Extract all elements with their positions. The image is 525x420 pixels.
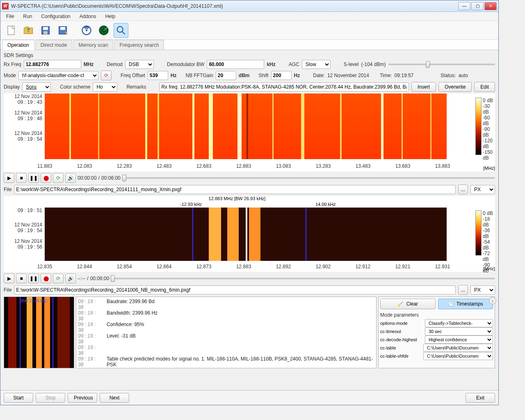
stop-button[interactable]: Stop [36,393,65,403]
svg-rect-24 [402,94,403,159]
display-select[interactable]: Sonagra [22,82,51,91]
menu-help[interactable]: Help [101,13,119,20]
remarks-input[interactable] [159,82,409,91]
browse-button-2[interactable]: ... [458,285,468,295]
antenna-icon[interactable] [79,23,94,38]
broom-icon: 🧹 [397,301,404,307]
sg2-canvas[interactable] [45,208,447,261]
play-icon[interactable]: ▶ [4,173,14,183]
tab-frequency-search[interactable]: Frequency search [114,40,164,50]
expand-icon[interactable]: › [489,297,496,304]
menu-configuration[interactable]: Configuration [37,13,74,20]
format-select-2[interactable]: PXGF [470,285,495,294]
svg-rect-23 [381,94,383,159]
param-select[interactable]: C:\Users\Public\Documen [423,352,493,360]
mode-select[interactable]: hf-analysis-classifier-code-check [18,71,98,80]
transport-slider-2[interactable] [111,278,495,279]
spectrogram-narrow[interactable]: 12.883 MHz [BW 26.93 kHz] -12.93 kHz 14.… [4,196,495,272]
svg-rect-14 [145,94,147,159]
axis-tick: 12.912 [356,264,371,269]
search-icon[interactable] [114,23,128,38]
shift-input[interactable] [271,71,292,80]
maximize-button[interactable]: ▢ [471,2,484,10]
sg1-y-axis: 12 Nov 201409 : 19 : 43 12 Nov 201409 : … [4,94,45,163]
svg-rect-22 [340,94,342,159]
log-line: 09 : 19 : 38Baudrate: 2399.96 Bd [78,299,374,310]
start-button[interactable]: Start [4,393,33,403]
sdr-settings-label: SDR Settings [4,52,495,58]
speaker-icon-2[interactable]: 🔊 [65,274,76,283]
stop-icon[interactable]: ■ [16,173,27,183]
file-label-2: File [4,287,11,293]
param-select[interactable]: C:\Users\Public\Documen [423,344,493,352]
transport-slider-1[interactable] [122,177,495,179]
param-label: cc-table-vhfdir [380,354,422,358]
svg-rect-11 [45,94,447,159]
radar-icon[interactable] [96,23,111,38]
tabbar: Operation Direct mode Memory scan Freque… [0,40,498,50]
save-icon[interactable] [38,23,53,38]
minimize-button[interactable]: — [458,2,470,10]
freq-offset-input[interactable] [148,71,168,80]
param-select[interactable]: 30 sec [425,327,493,336]
nb-input[interactable] [216,71,236,80]
spectrogram-wide[interactable]: 12 Nov 201409 : 19 : 43 12 Nov 201409 : … [4,94,495,171]
param-label: cc-decode-highest [380,337,423,342]
tab-memory-scan[interactable]: Memory scan [73,40,113,50]
agc-select[interactable]: Slow [302,60,331,69]
refresh-mode-icon[interactable]: ⟳ [101,71,112,80]
close-button[interactable]: ✕ [484,2,497,10]
insert-button[interactable]: Insert [411,82,436,92]
svg-rect-100 [52,297,53,368]
demod-select[interactable]: DSB [125,60,154,69]
sg2-x-axis: 12.83512.84412.85412.86412.87312.88312.8… [4,264,470,272]
timestamps-button[interactable]: 🕒Timestamps [438,299,493,309]
loop-icon-2[interactable]: ⟳ [53,274,64,283]
tab-operation[interactable]: Operation [2,40,34,50]
pause-icon[interactable]: ❚❚ [28,173,39,183]
param-select[interactable]: Highest confidence [425,336,493,344]
svg-rect-103 [44,297,50,368]
stop-icon-2[interactable]: ■ [16,274,27,283]
overwrite-button[interactable]: Overwrite [438,82,472,92]
tab-direct-mode[interactable]: Direct mode [35,40,73,50]
new-file-icon[interactable] [4,23,18,38]
speaker-icon[interactable]: 🔊 [65,173,76,183]
axis-tick: 12.683 [196,163,212,169]
rx-freq-input[interactable] [24,60,81,69]
exit-button[interactable]: Exit [466,393,495,403]
browse-button-1[interactable]: ... [458,185,468,194]
clear-button[interactable]: 🧹Clear [380,299,436,309]
menu-run[interactable]: Run [19,13,36,20]
save-as-icon[interactable] [55,23,70,38]
format-select-1[interactable]: PXGF [470,185,495,194]
previous-button[interactable]: Previous [68,393,97,403]
axis-tick: 12.883 [236,264,251,269]
record-icon-2[interactable]: ⬤ [41,274,51,283]
slevel-slider[interactable] [388,64,495,65]
record-icon[interactable]: ⬤ [41,173,51,183]
axis-tick: 12.083 [77,163,92,169]
pause-icon-2[interactable]: ❚❚ [28,274,39,283]
time-current-1: 00:00:00 [78,175,97,181]
menu-addons[interactable]: Addons [75,13,100,20]
play-icon-2[interactable]: ▶ [4,274,14,283]
bw-input[interactable] [207,60,264,69]
svg-rect-104 [8,297,16,368]
file-input-2[interactable] [14,285,456,294]
sg1-colorbar: 0 dB-30 dB-60 dB-90 dB-120 dB-150 dB [475,98,495,155]
color-select[interactable]: Hot [93,82,117,91]
menu-file[interactable]: File [2,13,18,20]
edit-button[interactable]: Edit [474,82,495,92]
mini-spectrogram[interactable]: Shift 12.46 kHz [4,297,74,368]
next-button[interactable]: Next [100,393,129,403]
axis-tick: 12.892 [276,264,291,269]
open-file-icon[interactable] [21,23,36,38]
param-select[interactable]: Classify->Tablecheck- [425,319,493,327]
sg1-canvas[interactable] [45,94,447,159]
file-input-1[interactable] [14,185,456,194]
axis-tick: 12.483 [157,163,172,169]
log-text[interactable]: 09 : 19 : 38Baudrate: 2399.96 Bd09 : 19 … [76,297,377,368]
loop-icon[interactable]: ⟳ [53,173,64,183]
svg-rect-105 [57,297,70,368]
